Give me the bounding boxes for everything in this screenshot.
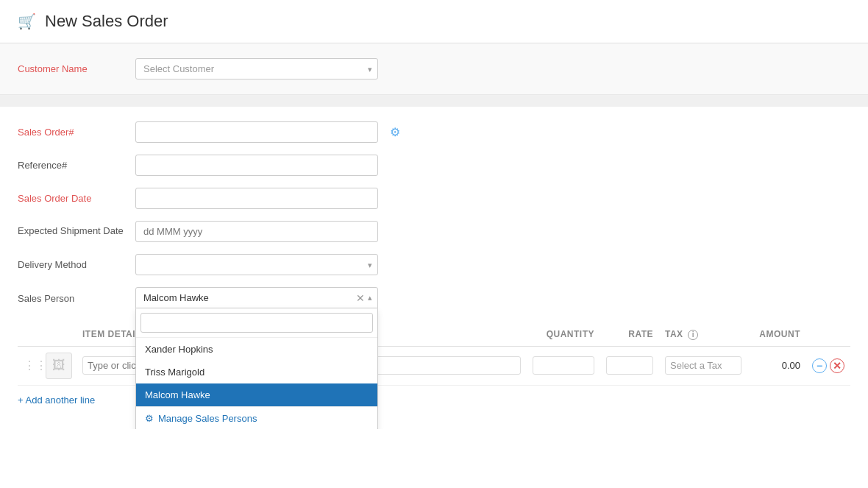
rate-col: 0.00 <box>600 356 659 375</box>
delivery-method-label: Delivery Method <box>18 259 135 270</box>
sales-person-dropdown: Xander Hopkins Triss Marigold Malcom Haw… <box>135 308 378 429</box>
customer-name-row: Customer Name Select Customer ▾ <box>18 58 850 79</box>
dropdown-item-triss[interactable]: Triss Marigold <box>136 361 377 383</box>
reference-label: Reference# <box>18 160 135 171</box>
expected-shipment-input[interactable] <box>135 221 378 242</box>
reference-input[interactable] <box>135 155 378 176</box>
sales-order-date-row: Sales Order Date 03 Jun 2016 <box>18 188 850 209</box>
expected-shipment-row: Expected Shipment Date <box>18 221 850 242</box>
remove-row-button[interactable]: − <box>812 358 827 373</box>
manage-gear-icon: ⚙ <box>145 413 154 424</box>
add-line-label: + Add another line <box>18 395 95 406</box>
col-rate-header: RATE <box>600 329 659 340</box>
amount-col: 0.00 <box>747 360 806 371</box>
item-details-section: ITEM DETAILS QUANTITY RATE TAX i AMOUNT … <box>0 323 868 429</box>
sales-person-wrapper: Malcom Hawke ✕ ▴ Xander Hopkins Triss Ma… <box>135 287 378 308</box>
quantity-input[interactable]: 1.00 <box>533 356 594 375</box>
sales-person-value: Malcom Hawke <box>143 292 209 303</box>
delivery-method-wrapper: ▾ <box>135 254 378 275</box>
col-drag <box>18 329 40 340</box>
dropdown-search-input[interactable] <box>140 313 373 333</box>
rate-input[interactable]: 0.00 <box>606 356 653 375</box>
expected-shipment-label: Expected Shipment Date <box>18 225 135 238</box>
customer-name-label: Customer Name <box>18 63 135 74</box>
col-img <box>40 329 77 340</box>
main-form-section: Sales Order# SO-00001 ⚙ Reference# Sales… <box>0 107 868 323</box>
page-title: New Sales Order <box>45 12 168 31</box>
tax-col: Select a Tax <box>659 356 747 375</box>
quantity-col: 1.00 <box>527 356 600 375</box>
image-icon: 🖼 <box>52 358 65 373</box>
customer-name-wrapper: Select Customer ▾ <box>135 58 378 79</box>
tax-info-icon: i <box>688 330 698 340</box>
reference-row: Reference# <box>18 155 850 176</box>
dropdown-item-malcom[interactable]: Malcom Hawke <box>136 383 377 406</box>
col-quantity-header: QUANTITY <box>527 329 600 340</box>
amount-value: 0.00 <box>782 360 800 371</box>
section-divider-1 <box>0 95 868 107</box>
sales-person-chevron-icon[interactable]: ▴ <box>368 293 372 303</box>
customer-section: Customer Name Select Customer ▾ <box>0 43 868 95</box>
sales-order-row: Sales Order# SO-00001 ⚙ <box>18 121 850 143</box>
page-header: 🛒 New Sales Order <box>0 0 868 43</box>
row-actions-col: − ✕ <box>806 358 850 373</box>
sales-person-controls: ✕ ▴ <box>356 292 372 304</box>
product-thumbnail: 🖼 <box>46 353 72 379</box>
dropdown-item-xander[interactable]: Xander Hopkins <box>136 338 377 361</box>
dropdown-search-area <box>136 308 377 338</box>
sales-person-row: Sales Person Malcom Hawke ✕ ▴ Xander Hop… <box>18 287 850 308</box>
sales-person-field[interactable]: Malcom Hawke ✕ ▴ <box>135 287 378 308</box>
col-actions-header <box>806 329 850 340</box>
product-thumb-col: 🖼 <box>40 353 77 379</box>
delete-row-button[interactable]: ✕ <box>830 358 844 373</box>
cart-icon: 🛒 <box>18 13 36 30</box>
gear-icon[interactable]: ⚙ <box>390 125 400 139</box>
col-tax-header: TAX i <box>659 329 747 340</box>
delivery-method-row: Delivery Method ▾ <box>18 254 850 275</box>
sales-order-date-label: Sales Order Date <box>18 193 135 204</box>
col-amount-header: AMOUNT <box>747 329 806 340</box>
tax-select[interactable]: Select a Tax <box>665 356 741 375</box>
sales-order-input[interactable]: SO-00001 <box>135 121 378 143</box>
sales-person-clear-icon[interactable]: ✕ <box>356 292 365 304</box>
drag-handle-col: ⋮⋮ <box>18 358 40 372</box>
dropdown-manage-item[interactable]: ⚙ Manage Sales Persons <box>136 406 377 429</box>
sales-order-date-input[interactable]: 03 Jun 2016 <box>135 188 378 209</box>
sales-order-label: Sales Order# <box>18 127 135 138</box>
manage-label: Manage Sales Persons <box>158 413 257 424</box>
delivery-method-select[interactable] <box>135 254 378 275</box>
sales-person-label: Sales Person <box>18 287 135 304</box>
customer-name-select[interactable]: Select Customer <box>135 58 378 79</box>
